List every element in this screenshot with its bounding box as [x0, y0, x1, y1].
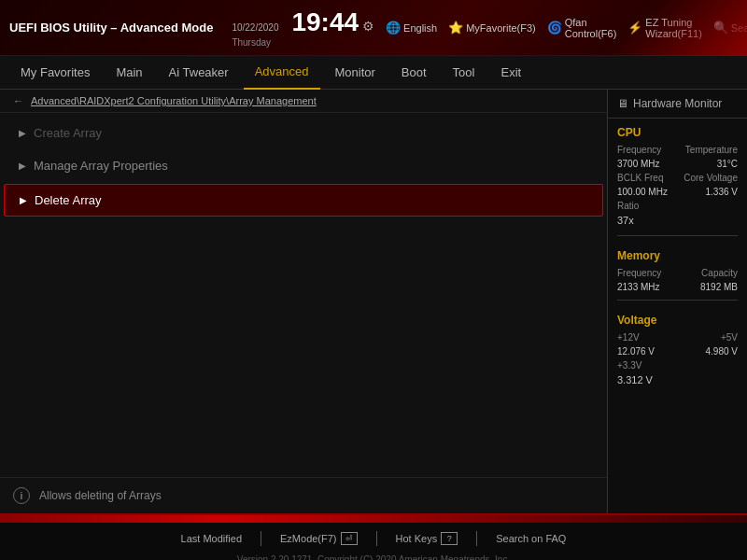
- nav-sep-1: [261, 531, 261, 546]
- ez-tuning-button[interactable]: ⚡ EZ Tuning Wizard(F11): [627, 17, 702, 39]
- bclk-freq-value: 100.00 MHz: [617, 187, 668, 197]
- mem-capacity-label: Capacity: [701, 268, 738, 278]
- hw-voltage-section: Voltage: [608, 306, 747, 330]
- hardware-monitor-panel: 🖥 Hardware Monitor CPU Frequency Tempera…: [607, 90, 747, 513]
- volt-33v-label: +3.3V: [617, 360, 641, 371]
- nav-exit[interactable]: Exit: [489, 56, 532, 90]
- last-modified-button[interactable]: Last Modified: [181, 533, 242, 544]
- bottom-bar: Last Modified EzMode(F7) ⏎ Hot Keys ? Se…: [0, 513, 747, 560]
- date-label: 10/22/2020: [232, 22, 278, 33]
- breadcrumb: ← Advanced\RAIDXpert2 Configuration Util…: [0, 90, 607, 113]
- search-button[interactable]: 🔍 Search(F9): [713, 21, 747, 35]
- hw-mem-values-row: 2133 MHz 8192 MB: [608, 280, 747, 294]
- datetime-block: 10/22/2020 19:44 ⚙ Thursday: [232, 7, 374, 48]
- hw-cpu-section: CPU: [608, 119, 747, 143]
- menu-item-create-array: ▶ Create Array: [0, 117, 607, 149]
- mem-freq-value: 2133 MHz: [617, 282, 660, 292]
- arrow-icon-create: ▶: [19, 128, 26, 138]
- arrow-icon-manage: ▶: [19, 161, 26, 171]
- hw-panel-title: 🖥 Hardware Monitor: [608, 90, 747, 119]
- delete-array-label: Delete Array: [35, 193, 102, 207]
- hw-cpu-freq-row: Frequency Temperature: [608, 143, 747, 157]
- memory-voltage-divider: [617, 300, 738, 301]
- hw-volt-33v-label-row: +3.3V: [608, 358, 747, 372]
- back-arrow-icon[interactable]: ←: [13, 95, 23, 106]
- last-modified-label: Last Modified: [181, 533, 242, 544]
- bclk-freq-label: BCLK Freq: [617, 173, 663, 183]
- search-faq-label: Search on FAQ: [496, 533, 566, 544]
- fan-icon: 🌀: [547, 21, 562, 35]
- menu-item-manage-array[interactable]: ▶ Manage Array Properties: [0, 149, 607, 182]
- manage-array-label: Manage Array Properties: [34, 159, 168, 173]
- hot-keys-icon: ?: [441, 532, 458, 545]
- breadcrumb-path[interactable]: Advanced\RAIDXpert2 Configuration Utilit…: [31, 95, 317, 106]
- nav-sep-2: [376, 531, 377, 546]
- my-favorites-label: MyFavorite(F3): [466, 22, 536, 34]
- day-label: Thursday: [232, 37, 374, 48]
- time-display: 19:44: [291, 7, 359, 37]
- hw-cpu-freq-val-row: 3700 MHz 31°C: [608, 157, 747, 171]
- nav-ai-tweaker[interactable]: Ai Tweaker: [158, 56, 240, 90]
- volt-5v-value: 4.980 V: [706, 346, 738, 357]
- language-selector[interactable]: 🌐 English: [386, 21, 437, 35]
- menu-list: ▶ Create Array ▶ Manage Array Properties…: [0, 113, 607, 477]
- language-label: English: [403, 22, 437, 34]
- header-controls: 🌐 English ⭐ MyFavorite(F3) 🌀 Qfan Contro…: [386, 17, 747, 39]
- my-favorites-button[interactable]: ⭐ MyFavorite(F3): [448, 21, 536, 35]
- globe-icon: 🌐: [386, 21, 401, 35]
- hw-volt-12v-5v-labels: +12V +5V: [608, 330, 747, 344]
- cpu-memory-divider: [617, 235, 738, 236]
- arrow-icon-delete: ▶: [20, 195, 27, 205]
- mem-freq-label: Frequency: [617, 268, 661, 278]
- cpu-freq-value: 3700 MHz: [617, 159, 660, 169]
- search-faq-button[interactable]: Search on FAQ: [496, 533, 566, 544]
- create-array-label: Create Array: [34, 126, 102, 140]
- star-icon: ⭐: [448, 21, 463, 35]
- hw-ratio-label-row: Ratio: [608, 199, 747, 213]
- hot-keys-label: Hot Keys: [396, 533, 438, 544]
- cpu-freq-label: Frequency: [617, 145, 661, 155]
- menu-item-delete-array[interactable]: ▶ Delete Array: [4, 184, 603, 217]
- main-layout: ← Advanced\RAIDXpert2 Configuration Util…: [0, 90, 747, 513]
- bottom-deco: [0, 515, 747, 523]
- cpu-temp-value: 31°C: [717, 159, 738, 169]
- hw-mem-labels-row: Frequency Capacity: [608, 266, 747, 280]
- hot-keys-button[interactable]: Hot Keys ?: [396, 532, 458, 545]
- nav-tool[interactable]: Tool: [442, 56, 486, 90]
- ez-mode-label: EzMode(F7): [280, 533, 337, 544]
- hw-monitor-label: Hardware Monitor: [633, 97, 722, 110]
- bottom-nav: Last Modified EzMode(F7) ⏎ Hot Keys ? Se…: [0, 525, 747, 553]
- info-bar: i Allows deleting of Arrays: [0, 477, 607, 513]
- volt-5v-label: +5V: [721, 332, 738, 343]
- ratio-value: 37x: [608, 213, 747, 230]
- core-voltage-label: Core Voltage: [684, 173, 738, 183]
- qfan-control-button[interactable]: 🌀 Qfan Control(F6): [547, 17, 617, 39]
- search-icon: 🔍: [713, 21, 728, 35]
- navbar: My Favorites Main Ai Tweaker Advanced Mo…: [0, 56, 747, 90]
- nav-sep-3: [476, 531, 477, 546]
- hw-volt-12v-5v-values: 12.076 V 4.980 V: [608, 344, 747, 358]
- nav-monitor[interactable]: Monitor: [324, 56, 387, 90]
- hw-bclk-row-labels: BCLK Freq Core Voltage: [608, 171, 747, 185]
- search-label: Search(F9): [731, 22, 747, 34]
- bios-title: UEFI BIOS Utility – Advanced Mode: [9, 21, 213, 35]
- volt-33v-value: 3.312 V: [608, 372, 747, 389]
- nav-my-favorites[interactable]: My Favorites: [9, 56, 101, 90]
- copyright-text: Version 2.20.1271. Copyright (C) 2020 Am…: [0, 554, 747, 560]
- qfan-label: Qfan Control(F6): [565, 17, 617, 39]
- main-content: ← Advanced\RAIDXpert2 Configuration Util…: [0, 90, 607, 513]
- ratio-label: Ratio: [617, 201, 639, 211]
- hw-bclk-row-values: 100.00 MHz 1.336 V: [608, 185, 747, 199]
- hw-memory-section: Memory: [608, 242, 747, 266]
- ez-mode-button[interactable]: EzMode(F7) ⏎: [280, 532, 358, 545]
- info-text: Allows deleting of Arrays: [39, 489, 162, 502]
- tuning-icon: ⚡: [627, 21, 642, 35]
- ez-tuning-label: EZ Tuning Wizard(F11): [645, 17, 702, 39]
- nav-advanced[interactable]: Advanced: [244, 56, 320, 90]
- monitor-icon: 🖥: [617, 97, 628, 110]
- settings-gear-icon[interactable]: ⚙: [362, 19, 374, 34]
- volt-12v-value: 12.076 V: [617, 346, 655, 357]
- nav-main[interactable]: Main: [105, 56, 153, 90]
- nav-boot[interactable]: Boot: [390, 56, 438, 90]
- volt-12v-label: +12V: [617, 332, 640, 343]
